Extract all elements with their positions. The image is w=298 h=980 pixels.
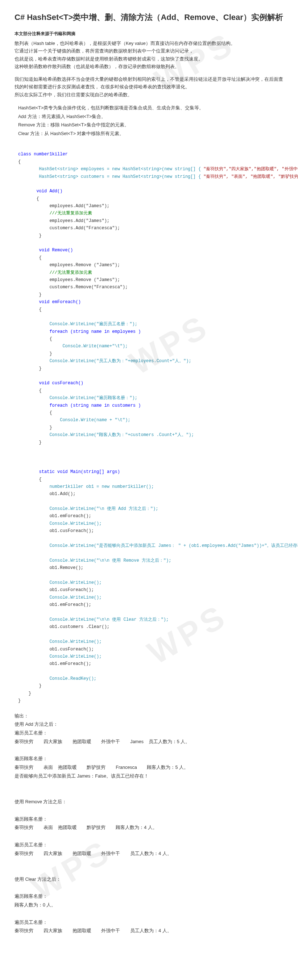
code-line: }	[18, 440, 42, 445]
code-line: ob1.Remove();	[18, 565, 83, 570]
code-line: employees.Add("James");	[18, 204, 110, 208]
code-line: Console.WriteLine();	[18, 595, 102, 600]
code-line: }	[18, 351, 52, 356]
code-line: employees.Add("James");	[18, 218, 110, 223]
code-line: Console.WriteLine("顾客人数为："+customers .Co…	[18, 433, 194, 438]
code-line: {	[18, 159, 21, 164]
code-line: Console.WriteLine();	[18, 654, 102, 659]
code-line: number1killer ob1 = new number1killer();	[18, 484, 154, 489]
code-line: }	[18, 698, 21, 703]
code-line: Console.Write(name+"\t");	[18, 344, 127, 349]
concept-line: Add 方法：将元素插入 HashSet<T>集合。	[18, 113, 284, 121]
code-line: {	[18, 255, 42, 260]
code-line: void emForeach()	[18, 299, 81, 305]
code-line: ob1.cusForeach();	[18, 647, 94, 652]
code-line: }	[18, 425, 52, 430]
code-line: }	[18, 691, 31, 696]
code-line: ob1.emForeach();	[18, 661, 91, 667]
code-line: }	[18, 233, 42, 238]
code-line: Console.Write(name + "\t");	[18, 418, 131, 423]
code-line: {	[18, 410, 52, 415]
code-line: ob1.emForeach();	[18, 514, 91, 519]
code-line: }	[18, 683, 42, 689]
code-comment: ///无法重复添加元素	[18, 211, 92, 216]
code-line: Console.WriteLine("\n\n 使用 Clear 方法之后：")…	[18, 617, 169, 622]
code-line: HashSet<string> employees = new HashSet<…	[18, 167, 298, 172]
code-line: {	[18, 388, 42, 393]
code-line: {	[18, 307, 42, 312]
code-line: Console.WriteLine();	[18, 580, 102, 585]
concept-line: Remove 方法：移除 HashSet<T>集合中指定的元素。	[18, 121, 284, 130]
code-block: class number1killer { HashSet<string> em…	[14, 143, 284, 705]
code-line: Console.WriteLine();	[18, 639, 102, 644]
code-line: ob1.cusForeach();	[18, 587, 94, 592]
code-line: }	[18, 292, 42, 298]
code-line: void cusForeach()	[18, 381, 83, 386]
code-line: ob1.Add();	[18, 492, 75, 496]
concept-line: HashSet<T>类专为集合操作优化，包括判断数据项是否集合成员、生成合并集、…	[18, 104, 284, 113]
code-line: }	[18, 366, 42, 371]
paragraph-2: 我们知道如果哈希函数选择不当会使得大量的键都会映射到相同的索引上，不管是采用拉链…	[14, 76, 284, 99]
code-line: {	[18, 477, 42, 482]
code-line: {	[18, 196, 39, 201]
source-note: 本文部分注释来源于书籍和网摘	[14, 31, 284, 37]
output-block: 输出： 使用 Add 方法之后： 遍历员工名册： 秦羽扶穷 四大家族 抱团取暖 …	[14, 712, 284, 936]
code-comment: ///无法重复添加元素	[18, 270, 92, 275]
code-line: {	[18, 336, 52, 342]
code-line: Console.WriteLine("\n\n 使用 Remove 方法之后："…	[18, 558, 171, 563]
code-line: foreach (string name in employees )	[18, 329, 141, 334]
code-line: Console.WriteLine("\n 使用 Add 方法之后：");	[18, 506, 158, 511]
code-line: Console.WriteLine("遍历员工名册：");	[18, 321, 137, 327]
code-line: void Remove()	[18, 248, 73, 253]
code-line: Console.WriteLine("员工人数为："+employees.Cou…	[18, 358, 191, 364]
code-line: employees.Remove ("James");	[18, 262, 120, 267]
intro-paragraph: 散列表（Hash table，也叫哈希表），是根据关键字（Key value）而…	[14, 40, 284, 71]
code-line: class number1killer	[18, 152, 68, 157]
code-line: ob1.cusForeach();	[18, 528, 94, 533]
code-line: employees.Remove ("James");	[18, 277, 120, 283]
code-line: void Add()	[18, 189, 62, 194]
concept-block: HashSet<T>类专为集合操作优化，包括判断数据项是否集合成员、生成合并集、…	[14, 104, 284, 138]
code-line: customers.Add("Francesca");	[18, 226, 120, 231]
page-title: C# HashSet<T>类中增、删、清除方法（Add、Remove、Clear…	[14, 11, 284, 24]
code-line: HashSet<string> customers = new HashSet<…	[18, 174, 298, 179]
code-line: customers.Remove("Francesca");	[18, 285, 127, 290]
code-line: foreach (string name in customers )	[18, 403, 141, 408]
code-line: Console.WriteLine("遍历顾客名册：");	[18, 396, 137, 401]
code-line: ob1.emForeach();	[18, 602, 91, 607]
code-line: Console.ReadKey();	[18, 676, 96, 681]
code-line: ob1.customers .Clear();	[18, 624, 110, 630]
concept-line: Clear 方法：从 HashSet<T> 对象中移除所有元素。	[18, 130, 284, 138]
code-line: static void Main(string[] args)	[18, 469, 120, 474]
code-line: Console.WriteLine();	[18, 521, 102, 526]
code-line: Console.WriteLine("是否能够向员工中添加新员工 James： …	[18, 543, 298, 548]
